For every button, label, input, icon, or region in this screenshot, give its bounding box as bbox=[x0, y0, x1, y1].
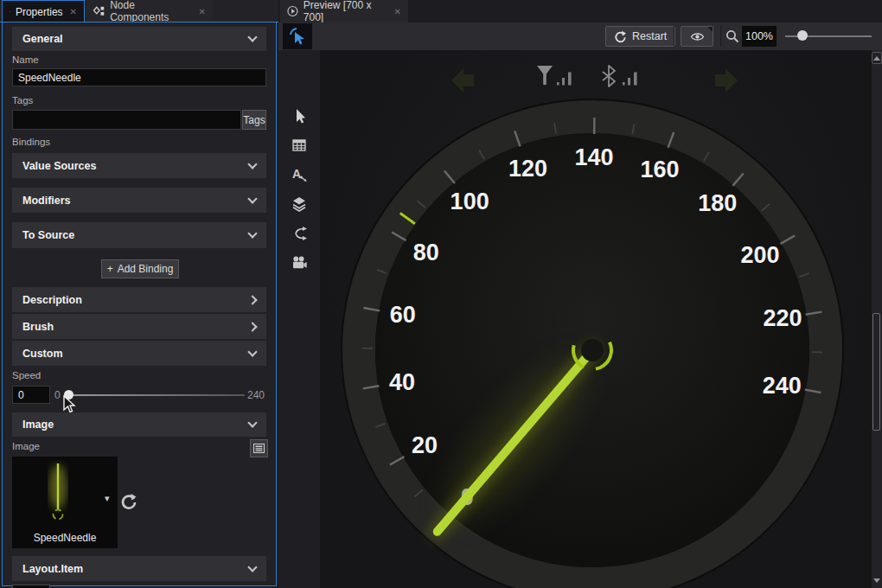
speed-max-label: 240 bbox=[247, 389, 265, 401]
tab-label: Preview [700 x 700] bbox=[304, 0, 387, 23]
toolbar-separator bbox=[674, 26, 674, 47]
speedometer-gauge: 020406080100120140160180200220240 bbox=[320, 50, 872, 588]
tab-label: Node Components bbox=[110, 0, 191, 23]
speed-slider-track[interactable] bbox=[69, 394, 245, 396]
section-general[interactable]: General bbox=[12, 27, 266, 51]
svg-text:160: 160 bbox=[641, 157, 680, 182]
preview-canvas[interactable]: 020406080100120140160180200220240 bbox=[320, 50, 872, 588]
restart-button[interactable]: Restart bbox=[605, 26, 675, 47]
zoom-level-value[interactable]: 100% bbox=[742, 26, 777, 47]
section-image[interactable]: Image bbox=[12, 412, 266, 437]
table-tool-icon[interactable] bbox=[291, 137, 308, 154]
text-tool-icon[interactable]: A bbox=[291, 166, 308, 183]
layers-tool-icon[interactable] bbox=[291, 195, 308, 213]
tags-label: Tags bbox=[12, 95, 33, 105]
scroll-down-icon bbox=[873, 578, 880, 583]
tab-node-components[interactable]: Node Components ✕ bbox=[86, 0, 213, 22]
tab-properties[interactable]: Properties ✕ bbox=[2, 0, 85, 22]
chevron-down-icon bbox=[247, 228, 257, 238]
svg-text:200: 200 bbox=[741, 242, 780, 268]
section-modifiers[interactable]: Modifiers bbox=[12, 188, 266, 213]
image-panel-button[interactable] bbox=[250, 439, 268, 457]
svg-text:60: 60 bbox=[390, 302, 416, 328]
turn-left-arrow-icon bbox=[451, 68, 474, 93]
tab-preview[interactable]: Preview [700 x 700] ✕ bbox=[280, 0, 408, 22]
add-binding-button[interactable]: + Add Binding bbox=[101, 259, 179, 278]
tool-select-click[interactable] bbox=[283, 23, 312, 49]
section-value-sources[interactable]: Value Sources bbox=[12, 153, 266, 178]
section-brush[interactable]: Brush bbox=[12, 314, 266, 339]
section-title: Layout.Item bbox=[22, 563, 83, 575]
cursor-click-icon bbox=[289, 28, 306, 45]
section-custom[interactable]: Custom bbox=[12, 341, 266, 366]
partial-field bbox=[12, 585, 50, 588]
image-dropdown-caret[interactable]: ▾ bbox=[105, 493, 110, 504]
tab-label: Properties bbox=[16, 6, 63, 18]
scrollbar-thumb[interactable] bbox=[872, 313, 880, 431]
close-icon[interactable]: ✕ bbox=[394, 7, 401, 16]
svg-text:120: 120 bbox=[508, 156, 547, 182]
section-layout-item[interactable]: Layout.Item bbox=[12, 556, 266, 581]
vertical-scrollbar[interactable] bbox=[872, 50, 882, 588]
turn-right-arrow-icon bbox=[715, 68, 738, 93]
section-title: Description bbox=[22, 294, 82, 306]
pointer-tool-icon[interactable] bbox=[291, 107, 308, 125]
section-title: Value Sources bbox=[22, 160, 96, 172]
section-description[interactable]: Description bbox=[12, 287, 266, 312]
bluetooth-icon bbox=[603, 66, 637, 86]
section-title: To Source bbox=[22, 229, 74, 241]
section-title: General bbox=[22, 33, 63, 45]
speed-min-label: 0 bbox=[54, 389, 61, 401]
section-title: Brush bbox=[22, 321, 54, 333]
needle-preview-image bbox=[12, 457, 118, 529]
chevron-down-icon bbox=[247, 32, 257, 42]
image-thumbnail[interactable]: SpeedNeedle bbox=[12, 457, 118, 548]
image-name-caption: SpeedNeedle bbox=[12, 532, 118, 544]
name-label: Name bbox=[12, 54, 39, 65]
tags-input[interactable] bbox=[12, 110, 241, 130]
chevron-right-icon bbox=[247, 322, 257, 331]
scroll-down-button[interactable] bbox=[872, 574, 882, 586]
node-components-icon bbox=[93, 6, 105, 16]
scroll-up-icon bbox=[873, 56, 880, 61]
preview-tool-strip: A bbox=[278, 50, 320, 588]
svg-text:80: 80 bbox=[413, 240, 439, 265]
scroll-up-button[interactable] bbox=[872, 52, 882, 64]
zoom-magnifier-icon bbox=[725, 29, 739, 43]
speed-value-input[interactable] bbox=[12, 386, 50, 404]
image-label: Image bbox=[12, 441, 40, 451]
name-input[interactable] bbox=[12, 68, 266, 86]
tags-button[interactable]: Tags bbox=[242, 110, 266, 130]
svg-text:100: 100 bbox=[451, 189, 489, 214]
svg-text:A: A bbox=[292, 167, 301, 181]
section-title: Custom bbox=[22, 348, 63, 360]
close-icon[interactable]: ✕ bbox=[199, 7, 206, 16]
reset-image-icon[interactable] bbox=[120, 493, 137, 510]
visibility-button[interactable] bbox=[681, 26, 713, 47]
eye-icon bbox=[690, 31, 705, 42]
svg-text:140: 140 bbox=[574, 144, 613, 170]
chevron-right-icon bbox=[247, 295, 257, 304]
chevron-down-icon bbox=[247, 562, 257, 572]
svg-text:180: 180 bbox=[698, 190, 737, 216]
bindings-label: Bindings bbox=[12, 137, 50, 147]
signal-strength-icon bbox=[537, 66, 572, 86]
section-to-source[interactable]: To Source bbox=[12, 222, 266, 248]
restart-icon bbox=[614, 30, 627, 43]
zoom-slider-thumb[interactable] bbox=[797, 30, 808, 41]
restart-label: Restart bbox=[632, 30, 667, 42]
preview-tabbar: Preview [700 x 700] ✕ bbox=[278, 0, 882, 22]
svg-text:40: 40 bbox=[389, 369, 415, 395]
camera-tool-icon[interactable] bbox=[291, 254, 308, 272]
svg-text:20: 20 bbox=[412, 432, 438, 458]
toolbar-separator bbox=[720, 26, 721, 47]
close-icon[interactable]: ✕ bbox=[70, 7, 77, 16]
svg-text:240: 240 bbox=[763, 373, 802, 399]
state-branch-tool-icon[interactable] bbox=[291, 225, 308, 242]
left-tabbar: Properties ✕ Node Components ✕ bbox=[0, 0, 278, 22]
chevron-down-icon bbox=[247, 418, 257, 427]
svg-text:220: 220 bbox=[763, 305, 802, 331]
add-binding-label: Add Binding bbox=[118, 263, 174, 275]
dropdown-corner-icon bbox=[706, 26, 713, 33]
section-title: Image bbox=[22, 419, 54, 431]
